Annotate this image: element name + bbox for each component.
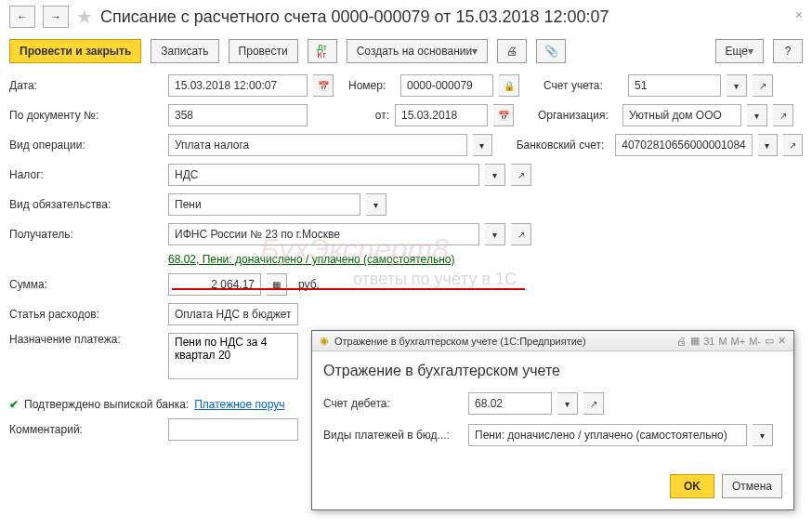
payment-order-link[interactable]: Платежное поруч: [194, 398, 284, 411]
post-and-close-button[interactable]: Провести и закрыть: [9, 39, 141, 63]
obligation-label: Вид обязательства:: [9, 198, 163, 211]
expense-input[interactable]: Оплата НДС в бюджет: [168, 303, 298, 325]
op-type-dropdown-icon[interactable]: ▾: [473, 134, 492, 156]
from-date-input[interactable]: 15.03.2018: [395, 104, 488, 126]
op-type-input[interactable]: Уплата налога: [168, 134, 467, 156]
org-open-icon[interactable]: ↗: [773, 104, 793, 126]
sum-label: Сумма:: [9, 278, 163, 291]
date-input[interactable]: 15.03.2018 12:00:07: [168, 74, 308, 97]
payment-type-input[interactable]: Пени: доначислено / уплачено (самостояте…: [468, 424, 747, 446]
tax-dropdown-icon[interactable]: ▾: [485, 164, 505, 186]
popup-heading: Отражение в бухгалтерском учете: [323, 363, 782, 379]
doc-num-input[interactable]: 358: [168, 104, 308, 126]
create-based-button[interactable]: Создать на основании: [347, 39, 489, 63]
number-label: Номер:: [348, 79, 395, 92]
popup-tool-icon[interactable]: ▭: [765, 335, 774, 347]
account-input[interactable]: 51: [628, 74, 721, 97]
app-icon: ◉: [320, 335, 329, 347]
org-input[interactable]: Уютный дом ООО: [622, 104, 741, 126]
obligation-dropdown-icon[interactable]: ▾: [366, 193, 386, 216]
from-calendar-icon[interactable]: 📅: [493, 104, 514, 126]
close-icon[interactable]: ×: [795, 7, 803, 22]
ok-button[interactable]: OK: [670, 474, 714, 498]
payment-type-label: Виды платежей в бюд...:: [323, 429, 463, 442]
cancel-button[interactable]: Отмена: [722, 474, 782, 498]
annotation-line: [172, 288, 525, 290]
popup-tool-icon[interactable]: M+: [731, 336, 746, 347]
tax-open-icon[interactable]: ↗: [511, 164, 531, 186]
org-label: Организация:: [538, 109, 617, 122]
dtkt-button[interactable]: ДтКт: [308, 39, 337, 63]
op-type-label: Вид операции:: [9, 139, 163, 152]
save-button[interactable]: Записать: [151, 39, 218, 63]
payment-type-dropdown-icon[interactable]: ▾: [753, 424, 773, 446]
number-input[interactable]: 0000-000079: [400, 74, 493, 97]
obligation-input[interactable]: Пени: [168, 193, 360, 216]
account-link[interactable]: 68.02, Пени: доначислено / уплачено (сам…: [168, 253, 454, 266]
attach-button[interactable]: 📎: [536, 39, 566, 63]
date-label: Дата:: [9, 79, 163, 92]
sum-calc-icon[interactable]: ▦: [267, 273, 287, 296]
debit-label: Счет дебета:: [323, 397, 463, 410]
popup-close-icon[interactable]: ✕: [778, 335, 786, 347]
help-button[interactable]: ?: [773, 39, 803, 63]
more-button[interactable]: Еще: [715, 39, 764, 63]
sum-input[interactable]: 2 064,17: [168, 273, 261, 296]
popup-tool-icon[interactable]: M-: [749, 336, 761, 347]
recipient-dropdown-icon[interactable]: ▾: [485, 223, 505, 245]
account-dropdown-icon[interactable]: ▾: [727, 74, 747, 97]
recipient-open-icon[interactable]: ↗: [511, 223, 531, 245]
popup-window-title: Отражение в бухгалтерском учете (1С:Пред…: [334, 336, 586, 347]
debit-input[interactable]: 68.02: [468, 392, 552, 415]
page-title: Списание с расчетного счета 0000-000079 …: [100, 7, 609, 27]
bank-acc-label: Банковский счет:: [517, 139, 610, 152]
popup-tool-icon[interactable]: ▦: [690, 335, 700, 347]
forward-button[interactable]: →: [43, 6, 69, 28]
purpose-label: Назначение платежа:: [9, 333, 163, 346]
org-dropdown-icon[interactable]: ▾: [747, 104, 767, 126]
post-button[interactable]: Провести: [229, 39, 298, 63]
expense-label: Статья расходов:: [9, 308, 163, 321]
account-open-icon[interactable]: ↗: [753, 74, 773, 97]
tax-input[interactable]: НДС: [168, 164, 479, 186]
back-button[interactable]: ←: [9, 6, 35, 28]
bank-acc-open-icon[interactable]: ↗: [783, 134, 803, 156]
popup-tool-icon[interactable]: M: [718, 336, 727, 347]
comment-input[interactable]: [168, 418, 298, 441]
bank-acc-input[interactable]: 40702810656000001084: [615, 134, 752, 156]
print-button[interactable]: 🖨: [497, 39, 527, 63]
confirmed-checkbox[interactable]: ✔ Подтверждено выпиской банка:: [9, 398, 189, 411]
doc-num-label: По документу №:: [9, 109, 163, 122]
popup-tool-icon[interactable]: 31: [703, 336, 714, 347]
accounting-popup: ◉ Отражение в бухгалтерском учете (1С:Пр…: [311, 330, 794, 510]
account-label: Счет учета:: [544, 79, 622, 92]
favorite-icon[interactable]: ★: [76, 6, 93, 28]
recipient-label: Получатель:: [9, 228, 163, 241]
bank-acc-dropdown-icon[interactable]: ▾: [758, 134, 778, 156]
check-icon: ✔: [9, 398, 19, 411]
calendar-icon[interactable]: 📅: [313, 74, 334, 97]
number-lock-icon[interactable]: 🔒: [499, 74, 519, 97]
recipient-input[interactable]: ИФНС России № 23 по г.Москве: [168, 223, 479, 245]
debit-open-icon[interactable]: ↗: [583, 392, 604, 415]
tax-label: Налог:: [9, 168, 163, 181]
purpose-input[interactable]: Пени по НДС за 4 квартал 20: [168, 333, 298, 379]
comment-label: Комментарий:: [9, 423, 163, 436]
from-label: от:: [343, 109, 389, 122]
debit-dropdown-icon[interactable]: ▾: [557, 392, 578, 415]
popup-tool-icon[interactable]: 🖨: [676, 336, 687, 347]
